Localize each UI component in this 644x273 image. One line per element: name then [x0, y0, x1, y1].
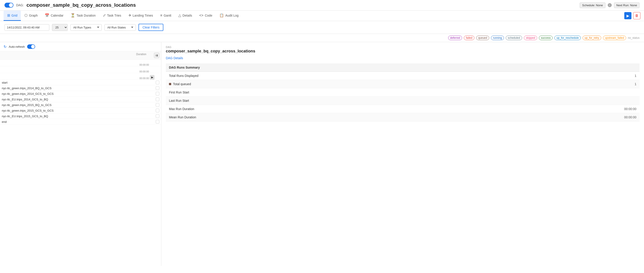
- task-name-2: nyc-tlc_green.trips_2014_GCS_to_GCS: [2, 92, 154, 96]
- mean-run-duration-value: 00:00:00: [478, 113, 640, 122]
- tab-task-duration[interactable]: ⏳ Task Duration: [67, 10, 99, 21]
- page-header: DAG: composer_sample_bq_copy_across_loca…: [0, 0, 644, 10]
- task-checkbox-3[interactable]: [156, 98, 159, 101]
- status-badge-queued[interactable]: queued: [476, 36, 489, 40]
- run-types-select[interactable]: All Run Types: [70, 24, 102, 31]
- status-badge-deferred[interactable]: deferred: [448, 36, 462, 40]
- tabs-left: ⊞ Grid ⬡ Graph 📅 Calendar ⏳ Task Duratio…: [4, 10, 242, 21]
- column-play-button[interactable]: ▶: [150, 75, 154, 80]
- dag-name-heading: composer_sample_bq_copy_across_locations: [26, 2, 136, 8]
- left-panel: ↻ Auto-refresh Duration ⇉ 00:00:00 00:00…: [0, 42, 161, 266]
- tabs-right: ▶ 🗑: [624, 12, 640, 19]
- tab-details-label: Details: [182, 14, 192, 17]
- tab-details[interactable]: △ Details: [175, 10, 196, 21]
- total-runs-label: Total Runs Displayed: [166, 72, 478, 80]
- status-badge-scheduled[interactable]: scheduled: [506, 36, 522, 40]
- dag-details-link[interactable]: DAG Details: [166, 56, 640, 60]
- landing-times-icon: ✈: [128, 13, 131, 18]
- tab-task-tries-label: Task Tries: [107, 14, 121, 17]
- tab-landing-times[interactable]: ✈ Landing Times: [125, 10, 157, 21]
- status-badge-success[interactable]: success: [539, 36, 552, 40]
- tab-code[interactable]: <> Code: [196, 11, 216, 21]
- task-row: nyc-tlc_green.trips_2014_GCS_to_GCS: [0, 91, 161, 96]
- total-runs-value: 1: [478, 72, 640, 80]
- last-run-start-label: Last Run Start: [166, 96, 478, 105]
- task-name-1: nyc-tlc_green.trips_2014_BQ_to_GCS: [2, 86, 154, 90]
- tab-gantt-label: Gantt: [164, 14, 171, 17]
- task-checkbox-start[interactable]: [156, 81, 159, 84]
- status-badge-skipped[interactable]: skipped: [524, 36, 537, 40]
- last-run-start-value: [478, 96, 640, 105]
- table-row: Total Runs Displayed 1: [166, 72, 640, 80]
- task-row: nyc-tlc_EU.trips_2015_GCS_to_BQ: [0, 114, 161, 119]
- task-name-end: end: [2, 120, 154, 124]
- dag-details-table: DAG Runs Summary Total Runs Displayed 1 …: [166, 64, 640, 122]
- tab-landing-times-label: Landing Times: [133, 14, 153, 17]
- tab-graph-label: Graph: [29, 14, 38, 17]
- queued-dot: [169, 83, 171, 85]
- task-name-6: nyc-tlc_EU.trips_2015_GCS_to_BQ: [2, 114, 154, 118]
- task-checkbox-4[interactable]: [156, 103, 159, 107]
- tab-audit-log-label: Audit Log: [225, 14, 238, 17]
- delete-dag-button[interactable]: 🗑: [633, 12, 640, 19]
- gantt-icon: ≡: [160, 14, 162, 18]
- duration-val-1: 00:00:00: [140, 64, 149, 66]
- total-queued-label: Total queued: [166, 80, 478, 88]
- dag-panel-label: DAG: [166, 46, 640, 48]
- nav-tabs: ⊞ Grid ⬡ Graph 📅 Calendar ⏳ Task Duratio…: [0, 10, 644, 21]
- status-badge-up-reschedule[interactable]: up_for_reschedule: [554, 36, 580, 40]
- status-badge-failed[interactable]: failed: [464, 36, 474, 40]
- audit-log-icon: 📋: [219, 13, 224, 18]
- grid-icon: ⊞: [7, 13, 10, 18]
- task-checkbox-1[interactable]: [156, 86, 159, 90]
- code-icon: <>: [199, 14, 204, 18]
- task-name-5: nyc-tlc_green.trips_2015_GCS_to_GCS: [2, 109, 154, 112]
- expand-panel-button[interactable]: ⇉: [154, 53, 159, 58]
- task-checkbox-2[interactable]: [156, 92, 159, 96]
- limit-select[interactable]: 25 50 100: [52, 24, 68, 31]
- tab-graph[interactable]: ⬡ Graph: [21, 10, 41, 21]
- next-run-badge: Next Run: None: [614, 2, 640, 8]
- max-run-duration-value: 00:00:00: [478, 105, 640, 113]
- tab-task-duration-label: Task Duration: [76, 14, 96, 17]
- table-row: Max Run Duration 00:00:00: [166, 105, 640, 113]
- task-checkbox-6[interactable]: [156, 114, 159, 118]
- details-icon: △: [178, 13, 181, 18]
- task-checkbox-end[interactable]: [156, 120, 159, 124]
- task-row: nyc-tlc_green.trips_2015_GCS_to_GCS: [0, 108, 161, 114]
- status-legend: deferred failed queued running scheduled…: [0, 34, 644, 42]
- status-badge-running[interactable]: running: [491, 36, 504, 40]
- run-dag-button[interactable]: ▶: [624, 12, 632, 19]
- right-panel: DAG composer_sample_bq_copy_across_locat…: [161, 42, 644, 266]
- status-badge-upstream-failed[interactable]: upstream_failed: [603, 36, 626, 40]
- main-content: ↻ Auto-refresh Duration ⇉ 00:00:00 00:00…: [0, 42, 644, 266]
- clear-filters-button[interactable]: Clear Filters: [138, 24, 163, 31]
- task-name-start: start: [2, 81, 154, 84]
- tab-gantt[interactable]: ≡ Gantt: [157, 11, 175, 21]
- tab-audit-log[interactable]: 📋 Audit Log: [216, 10, 242, 21]
- auto-refresh-bar: ↻ Auto-refresh: [0, 42, 161, 51]
- tab-task-tries[interactable]: ⤢ Task Tries: [99, 10, 125, 21]
- tab-grid[interactable]: ⊞ Grid: [4, 10, 21, 21]
- filters-bar: 25 50 100 All Run Types All Run States C…: [0, 21, 644, 34]
- table-row: Last Run Start: [166, 96, 640, 105]
- graph-icon: ⬡: [24, 13, 28, 18]
- max-run-duration-label: Max Run Duration: [166, 105, 478, 113]
- dag-toggle[interactable]: [4, 3, 14, 8]
- duration-column-header: Duration: [136, 53, 146, 56]
- task-row: end: [0, 119, 161, 124]
- date-filter-input[interactable]: [4, 24, 49, 31]
- total-queued-value: 1: [478, 80, 640, 88]
- run-states-select[interactable]: All Run States: [104, 24, 136, 31]
- status-badge-no-status: no_status: [628, 36, 640, 40]
- duration-val-2: 00:00:00: [140, 70, 149, 73]
- info-icon[interactable]: i: [608, 3, 612, 7]
- tab-calendar[interactable]: 📅 Calendar: [41, 10, 67, 21]
- duration-val-3: 00:00:00: [140, 77, 149, 80]
- auto-refresh-toggle[interactable]: [27, 44, 35, 49]
- task-checkbox-5[interactable]: [156, 109, 159, 112]
- tab-grid-label: Grid: [12, 14, 17, 17]
- table-row: First Run Start: [166, 88, 640, 96]
- refresh-icon: ↻: [4, 44, 6, 49]
- status-badge-up-retry[interactable]: up_for_retry: [582, 36, 601, 40]
